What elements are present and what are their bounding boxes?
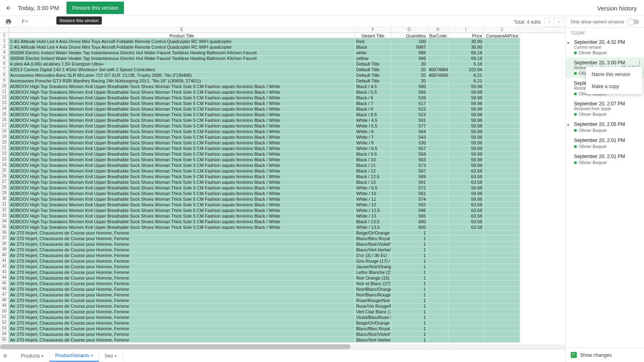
cell-variant-title[interactable]: Noir/Blanc/Rouge (10) / 36 EU	[355, 292, 391, 298]
cell-compare-at-price[interactable]	[484, 247, 520, 253]
cell-quantities[interactable]: 581	[391, 191, 427, 196]
cell-price[interactable]: 30.90	[448, 39, 484, 44]
sheet-tab-seo[interactable]: Seo▾	[99, 351, 123, 361]
cell-quantities[interactable]: 592	[391, 202, 427, 208]
cell-price[interactable]	[448, 269, 484, 275]
cell-price[interactable]: 6.21	[448, 72, 484, 78]
cell-price[interactable]	[448, 331, 484, 337]
cell-variant-title[interactable]: Blanc/Bleu Royal (8) / 37.5 EU	[355, 326, 391, 331]
cell-price[interactable]: 59.98	[448, 191, 484, 196]
chevron-right-icon[interactable]: ▸	[568, 122, 570, 127]
next-edit-button[interactable]	[554, 18, 564, 27]
cell-product-title[interactable]: ADBOOV High Top Sneakers Women Knit Uppe…	[9, 162, 355, 168]
cell-compare-at-price[interactable]	[484, 61, 520, 67]
cell-product-title[interactable]: ADBOOV High Top Sneakers Women Knit Uppe…	[9, 123, 355, 129]
cell-quantities[interactable]: 1	[391, 247, 427, 253]
cell-product-title[interactable]: ADBOOV High Top Sneakers Women Knit Uppe…	[9, 101, 355, 106]
cell-compare-at-price[interactable]	[484, 84, 520, 89]
cell-price[interactable]	[448, 247, 484, 253]
cell-compare-at-price[interactable]	[484, 258, 520, 264]
cell-product-title[interactable]: ADBOOV High Top Sneakers Women Knit Uppe…	[9, 89, 355, 95]
cell-product-title[interactable]: ADBOOV High Top Sneakers Women Knit Uppe…	[9, 168, 355, 174]
cell-price[interactable]: 68.18	[448, 56, 484, 61]
cell-product-title[interactable]: Air 270 Hojert, Chaussures de Course pou…	[9, 269, 355, 275]
row-number[interactable]: 8	[0, 72, 9, 78]
cell-product-title[interactable]: Air 270 Hojert, Chaussures de Course pou…	[9, 230, 355, 236]
cell-compare-at-price[interactable]	[484, 134, 520, 140]
cell-compare-at-price[interactable]	[484, 95, 520, 101]
row-number[interactable]: 17	[0, 123, 9, 129]
cell-barcode[interactable]	[427, 196, 448, 202]
cell-price[interactable]: 59.98	[448, 162, 484, 168]
cell-quantities[interactable]: 1	[391, 337, 427, 343]
row-number[interactable]: 52	[0, 320, 9, 326]
back-arrow-icon[interactable]	[4, 3, 14, 13]
cell-variant-title[interactable]: Black / 12	[355, 168, 391, 174]
cell-variant-title[interactable]: Blanc/Noir/Violet/Vert (28) / 36 EU	[355, 241, 391, 247]
cell-quantities[interactable]: 1	[391, 258, 427, 264]
cell-barcode[interactable]	[427, 179, 448, 185]
cell-quantities[interactable]: 100	[391, 39, 427, 44]
cell-price[interactable]: 59.98	[448, 84, 484, 89]
row-number[interactable]: 5	[0, 56, 9, 61]
row-number[interactable]: 10	[0, 84, 9, 89]
cell-variant-title[interactable]: White / 8.5	[355, 146, 391, 151]
cell-variant-title[interactable]: Black / 4.5	[355, 84, 391, 89]
cell-product-title[interactable]: ADBOOV High Top Sneakers Women Knit Uppe…	[9, 140, 355, 146]
cell-barcode[interactable]	[427, 320, 448, 326]
cell-quantities[interactable]: 1	[391, 275, 427, 281]
cell-variant-title[interactable]: White / 7	[355, 134, 391, 140]
cell-variant-title[interactable]: Black / 8.5	[355, 112, 391, 117]
cell-price[interactable]: 30.90	[448, 44, 484, 50]
cell-product-title[interactable]: Air 270 Hojert, Chaussures de Course pou…	[9, 264, 355, 269]
cell-variant-title[interactable]: Black / 6	[355, 95, 391, 101]
cell-quantities[interactable]: 573	[391, 162, 427, 168]
cell-product-title[interactable]: Air 270 Hojert, Chaussures de Course pou…	[9, 241, 355, 247]
cell-variant-title[interactable]: Black / 8	[355, 106, 391, 112]
cell-barcode[interactable]	[427, 44, 448, 50]
cell-product-title[interactable]: ADBOOV High Top Sneakers Women Knit Uppe…	[9, 117, 355, 123]
cell-compare-at-price[interactable]	[484, 224, 520, 230]
cell-compare-at-price[interactable]	[484, 72, 520, 78]
cell-quantities[interactable]: 1	[391, 331, 427, 337]
cell-compare-at-price[interactable]	[484, 106, 520, 112]
row-number[interactable]: 6	[0, 61, 9, 67]
only-named-toggle[interactable]	[628, 19, 639, 24]
cell-product-title[interactable]: ADBOOV High Top Sneakers Women Knit Uppe…	[9, 202, 355, 208]
cell-variant-title[interactable]: Default Title	[355, 72, 391, 78]
cell-barcode[interactable]	[427, 95, 448, 101]
cell-compare-at-price[interactable]	[484, 196, 520, 202]
cell-quantities[interactable]: 563	[391, 157, 427, 162]
cell-price[interactable]: 63.58	[448, 213, 484, 219]
cell-variant-title[interactable]: White / 4.5	[355, 117, 391, 123]
cell-quantities[interactable]: 574	[391, 196, 427, 202]
row-number[interactable]: 27	[0, 179, 9, 185]
cell-variant-title[interactable]: Gris Rouge (17) / 36 EU	[355, 258, 391, 264]
cell-quantities[interactable]: 539	[391, 95, 427, 101]
cell-product-title[interactable]: Air 270 Hojert, Chaussures de Course pou…	[9, 236, 355, 241]
cell-price[interactable]: 59.98	[448, 185, 484, 191]
cell-compare-at-price[interactable]	[484, 129, 520, 134]
cell-variant-title[interactable]: Noir Orange (15) / 36 EU	[355, 275, 391, 281]
cell-barcode[interactable]	[427, 331, 448, 337]
cell-compare-at-price[interactable]	[484, 174, 520, 179]
cell-barcode[interactable]	[427, 101, 448, 106]
cell-product-title[interactable]: Air 270 Hojert, Chaussures de Course pou…	[9, 337, 355, 343]
header-variant-title[interactable]: Variant Title	[355, 33, 391, 39]
cell-price[interactable]: 59.98	[448, 151, 484, 157]
row-number[interactable]: 14	[0, 106, 9, 112]
cell-quantities[interactable]: 572	[391, 185, 427, 191]
cell-quantities[interactable]: 996	[391, 56, 427, 61]
cell-product-title[interactable]: ADBOOV High Top Sneakers Women Knit Uppe…	[9, 129, 355, 134]
cell-price[interactable]	[448, 315, 484, 320]
cell-product-title[interactable]: ADBOOV High Top Sneakers Women Knit Uppe…	[9, 224, 355, 230]
cell-price[interactable]	[448, 253, 484, 258]
cell-product-title[interactable]: ADBOOV High Top Sneakers Women Knit Uppe…	[9, 185, 355, 191]
cell-compare-at-price[interactable]	[484, 89, 520, 95]
cell-product-title[interactable]: Air 270 Hojert, Chaussures de Course pou…	[9, 331, 355, 337]
cell-price[interactable]: 63.58	[448, 208, 484, 213]
cell-barcode[interactable]: 4007486420137	[427, 67, 448, 72]
cell-price[interactable]	[448, 236, 484, 241]
cell-variant-title[interactable]: White / 11	[355, 196, 391, 202]
cell-compare-at-price[interactable]	[484, 56, 520, 61]
